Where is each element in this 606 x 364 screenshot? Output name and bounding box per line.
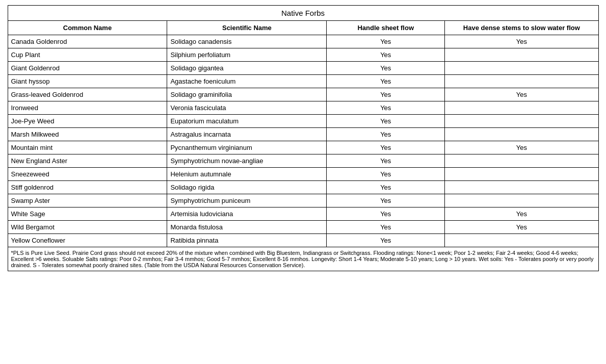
cell-scientific-name: Eupatorium maculatum [167, 115, 327, 128]
table-title: Native Forbs [8, 6, 598, 21]
cell-handle-sheet-flow: Yes [327, 181, 445, 194]
table-row: Mountain mintPycnanthemum virginianumYes… [8, 141, 598, 154]
cell-dense-stems [445, 115, 598, 128]
table-row: Giant GoldenrodSolidago giganteaYes [8, 62, 598, 75]
cell-common-name: White Sage [8, 207, 167, 221]
header-scientific-name: Scientific Name [167, 21, 327, 35]
header-handle-sheet-flow: Handle sheet flow [327, 21, 445, 35]
header-row: Common Name Scientific Name Handle sheet… [8, 21, 598, 35]
cell-common-name: Swamp Aster [8, 194, 167, 207]
cell-scientific-name: Agastache foeniculum [167, 75, 327, 88]
cell-handle-sheet-flow: Yes [327, 221, 445, 234]
cell-dense-stems: Yes [445, 207, 598, 221]
cell-handle-sheet-flow: Yes [327, 128, 445, 141]
cell-common-name: Giant hyssop [8, 75, 167, 88]
cell-handle-sheet-flow: Yes [327, 48, 445, 62]
cell-handle-sheet-flow: Yes [327, 35, 445, 48]
cell-dense-stems: Yes [445, 221, 598, 234]
table-row: Marsh MilkweedAstragalus incarnataYes [8, 128, 598, 141]
cell-scientific-name: Monarda fistulosa [167, 221, 327, 234]
cell-handle-sheet-flow: Yes [327, 234, 445, 247]
table-row: Giant hyssopAgastache foeniculumYes [8, 75, 598, 88]
cell-handle-sheet-flow: Yes [327, 207, 445, 221]
table-row: Stiff goldenrodSolidago rigidaYes [8, 181, 598, 194]
table-row: Grass-leaved GoldenrodSolidago graminifo… [8, 88, 598, 101]
cell-handle-sheet-flow: Yes [327, 154, 445, 168]
cell-dense-stems [445, 234, 598, 247]
cell-handle-sheet-flow: Yes [327, 194, 445, 207]
cell-dense-stems: Yes [445, 35, 598, 48]
cell-common-name: Marsh Milkweed [8, 128, 167, 141]
table-row: Canada GoldenrodSolidago canadensisYesYe… [8, 35, 598, 48]
cell-handle-sheet-flow: Yes [327, 88, 445, 101]
cell-common-name: Ironweed [8, 101, 167, 115]
cell-common-name: Stiff goldenrod [8, 181, 167, 194]
cell-common-name: Giant Goldenrod [8, 62, 167, 75]
table-row: Joe-Pye WeedEupatorium maculatumYes [8, 115, 598, 128]
table-row: Yellow ConeflowerRatibida pinnataYes [8, 234, 598, 247]
cell-scientific-name: Solidago rigida [167, 181, 327, 194]
cell-common-name: Mountain mint [8, 141, 167, 154]
cell-scientific-name: Silphium perfoliatum [167, 48, 327, 62]
cell-scientific-name: Helenium autumnale [167, 168, 327, 181]
cell-scientific-name: Ratibida pinnata [167, 234, 327, 247]
cell-handle-sheet-flow: Yes [327, 62, 445, 75]
cell-dense-stems [445, 62, 598, 75]
cell-common-name: Canada Goldenrod [8, 35, 167, 48]
cell-common-name: Wild Bergamot [8, 221, 167, 234]
cell-common-name: Sneezeweed [8, 168, 167, 181]
table-row: Swamp AsterSymphyotrichum puniceumYes [8, 194, 598, 207]
cell-handle-sheet-flow: Yes [327, 141, 445, 154]
cell-dense-stems: Yes [445, 141, 598, 154]
cell-scientific-name: Veronia fasciculata [167, 101, 327, 115]
cell-common-name: Grass-leaved Goldenrod [8, 88, 167, 101]
cell-scientific-name: Solidago canadensis [167, 35, 327, 48]
cell-dense-stems [445, 101, 598, 115]
cell-common-name: Yellow Coneflower [8, 234, 167, 247]
cell-handle-sheet-flow: Yes [327, 101, 445, 115]
header-dense-stems: Have dense stems to slow water flow [445, 21, 598, 35]
cell-dense-stems [445, 75, 598, 88]
cell-dense-stems [445, 168, 598, 181]
cell-scientific-name: Pycnanthemum virginianum [167, 141, 327, 154]
footer-text: *PLS is Pure Live Seed. Prairie Cord gra… [8, 247, 598, 271]
cell-dense-stems [445, 154, 598, 168]
cell-dense-stems: Yes [445, 88, 598, 101]
cell-common-name: New England Aster [8, 154, 167, 168]
table-row: New England AsterSymphyotrichum novae-an… [8, 154, 598, 168]
table-row: SneezeweedHelenium autumnaleYes [8, 168, 598, 181]
header-common-name: Common Name [8, 21, 167, 35]
cell-common-name: Cup Plant [8, 48, 167, 62]
table-row: White SageArtemisia ludovicianaYesYes [8, 207, 598, 221]
cell-handle-sheet-flow: Yes [327, 75, 445, 88]
cell-scientific-name: Astragalus incarnata [167, 128, 327, 141]
native-forbs-table: Native Forbs Common Name Scientific Name… [8, 5, 599, 271]
table-wrapper: Native Forbs Common Name Scientific Name… [8, 5, 599, 271]
table-row: Cup PlantSilphium perfoliatumYes [8, 48, 598, 62]
table-row: IronweedVeronia fasciculataYes [8, 101, 598, 115]
title-row: Native Forbs [8, 6, 598, 21]
table-row: Wild BergamotMonarda fistulosaYesYes [8, 221, 598, 234]
cell-dense-stems [445, 181, 598, 194]
cell-scientific-name: Solidago graminifolia [167, 88, 327, 101]
cell-handle-sheet-flow: Yes [327, 168, 445, 181]
cell-handle-sheet-flow: Yes [327, 115, 445, 128]
cell-common-name: Joe-Pye Weed [8, 115, 167, 128]
cell-scientific-name: Artemisia ludoviciana [167, 207, 327, 221]
footer-row: *PLS is Pure Live Seed. Prairie Cord gra… [8, 247, 598, 271]
cell-dense-stems [445, 194, 598, 207]
cell-scientific-name: Solidago gigantea [167, 62, 327, 75]
cell-dense-stems [445, 128, 598, 141]
cell-dense-stems [445, 48, 598, 62]
cell-scientific-name: Symphyotrichum puniceum [167, 194, 327, 207]
cell-scientific-name: Symphyotrichum novae-angliae [167, 154, 327, 168]
